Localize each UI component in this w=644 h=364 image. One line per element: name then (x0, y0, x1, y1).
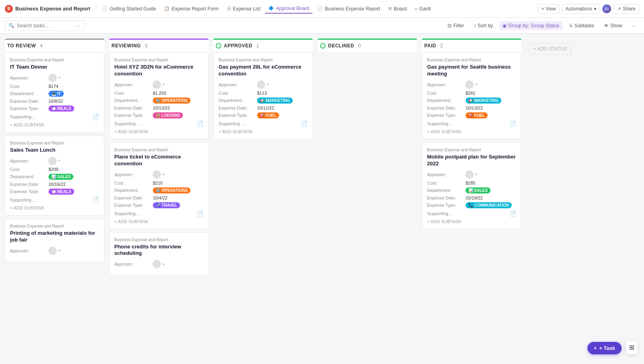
date-value: 10/11/22 (257, 106, 274, 110)
card-phone-credits[interactable]: Business Expense and Report Phone credit… (109, 232, 209, 276)
document-icon[interactable]: 📄 (196, 120, 203, 127)
card-cost-field: Cost: $174 (10, 84, 99, 89)
share-label: Share (623, 6, 636, 12)
approver-label: Approver: (114, 172, 150, 177)
supporting-label: Supporting ... (427, 121, 463, 126)
share-button[interactable]: ↗ Share (614, 4, 639, 14)
search-input[interactable] (17, 23, 73, 28)
group-status-button[interactable]: ◉ Group by: Group Status (499, 21, 562, 30)
plus-task-button[interactable]: + + Task (587, 342, 622, 354)
type-badge: ⛽ FUEL (257, 112, 279, 118)
avatar-plus-icon: + (267, 82, 269, 87)
cost-value: $174 (49, 84, 58, 89)
document-icon[interactable]: 📄 (92, 114, 99, 120)
card-gas-payment-seattle[interactable]: Business Expense and Report Gas payment … (422, 53, 521, 139)
avatar[interactable]: CI (602, 4, 611, 13)
approver-avatar (257, 81, 265, 89)
tab-expense-list[interactable]: ☰ Expense List (224, 4, 264, 13)
grid-view-button[interactable]: ⊞ (626, 340, 638, 354)
add-subtask-button[interactable]: + ADD SUBTASK (219, 129, 308, 134)
card-approver-field: Approver: + (114, 81, 203, 89)
card-plane-ticket[interactable]: Business Expense and Report Plane ticket… (109, 142, 209, 229)
cost-value: $281 (466, 91, 475, 96)
card-hotel-xyz[interactable]: Business Expense and Report Hotel XYZ 3D… (109, 53, 209, 139)
supporting-label: Supporting ... (427, 211, 463, 216)
card-printing-marketing[interactable]: Business Expense and Report Printing of … (5, 219, 104, 262)
card-date-field: Expense Date: 10/8/22 (10, 99, 99, 104)
sort-by-button[interactable]: ↕ Sort by (470, 21, 496, 30)
more-toolbar-button[interactable]: ··· (629, 21, 639, 30)
card-gas-payment-ecommerce[interactable]: Business Expense and Report Gas payment … (213, 53, 313, 139)
document-icon[interactable]: 📄 (92, 197, 99, 203)
type-label: Expense Type: (427, 203, 463, 207)
check-icon: ✓ (320, 43, 326, 49)
cost-label: Cost: (427, 181, 463, 185)
card-date-field: Expense Date: 10/19/22 (427, 195, 516, 200)
dept-label: Department: (427, 188, 463, 193)
card-supporting-field: Supporting ... 📄 (427, 210, 516, 217)
add-subtask-button[interactable]: + ADD SUBTASK (10, 122, 99, 127)
add-subtask-button[interactable]: + ADD SUBTASK (427, 219, 516, 224)
search-wrapper[interactable]: 🔍 ··· (5, 20, 85, 31)
approver-avatar-wrap: + (153, 171, 165, 179)
gantt-icon: ≡ (415, 6, 417, 11)
add-status-button[interactable]: + ADD STATUS (529, 43, 571, 55)
column-approved: ✓ APPROVED 1 Business Expense and Report… (213, 39, 313, 142)
date-label: Expense Date: (10, 182, 46, 187)
avatar-plus-icon: + (58, 75, 61, 80)
chevron-down-icon: ▾ (594, 6, 596, 12)
column-title-declined: DECLINED (328, 43, 354, 49)
group-icon: ◉ (502, 23, 506, 28)
approver-avatar-wrap: + (257, 81, 269, 89)
tab-business-report[interactable]: 📄 Business Expense Report (314, 4, 383, 13)
approver-label: Approver: (427, 82, 463, 87)
nav-divider-1 (96, 5, 96, 13)
date-label: Expense Date: (427, 195, 463, 200)
date-value: 10/19/22 (466, 195, 483, 200)
card-supporting-field: Supporting ... 📄 (114, 120, 203, 127)
more-options-icon[interactable]: ··· (75, 22, 80, 29)
tab-gantt[interactable]: ≡ Gantt (411, 4, 434, 13)
card-approver-field: Approver: + (427, 81, 516, 89)
tab-expense-form[interactable]: 📋 Expense Report Form (161, 4, 222, 13)
card-title: Phone credits for interview scheduling (114, 244, 203, 257)
document-icon[interactable]: 📄 (301, 120, 308, 127)
group-status-label: Group by: (508, 23, 529, 28)
document-icon[interactable]: 📄 (196, 210, 203, 217)
card-source: Business Expense and Report (10, 224, 99, 228)
show-button[interactable]: 👁 Show (601, 21, 626, 30)
add-subtask-button[interactable]: + ADD SUBTASK (10, 205, 99, 210)
card-it-team-dinner[interactable]: Business Expense and Report IT Team Dinn… (5, 53, 104, 132)
board-diamond-icon: 🔷 (268, 6, 274, 11)
document-icon[interactable]: 📄 (509, 210, 516, 217)
card-mobile-postpaid[interactable]: Business Expense and Report Mobile postp… (422, 142, 521, 229)
add-subtask-button[interactable]: + ADD SUBTASK (114, 129, 203, 134)
card-approver-field: Approver: + (10, 247, 99, 255)
document-icon[interactable]: 📄 (509, 120, 516, 127)
card-approver-field: Approver: + (114, 260, 203, 268)
approver-avatar (466, 81, 474, 89)
avatar-plus-icon: + (475, 82, 478, 87)
dept-badge: 📢 MARKETING (466, 98, 501, 104)
tab-board[interactable]: ⊞ Board (385, 4, 410, 13)
filter-button[interactable]: ⊟ Filter (444, 21, 467, 30)
plus-view-button[interactable]: + View (538, 4, 559, 14)
card-approver-field: Approver: + (10, 74, 99, 82)
app-logo[interactable]: B Business Expense and Report (5, 5, 90, 13)
approver-label: Approver: (427, 172, 463, 177)
card-source: Business Expense and Report (10, 58, 99, 62)
tab-approval-board[interactable]: 🔷 Approval Board (265, 4, 312, 14)
cost-label: Cost: (114, 181, 150, 185)
card-approver-field: Approver: + (427, 171, 516, 179)
avatar-plus-icon: + (162, 172, 165, 177)
subtasks-button[interactable]: ↳ Subtasks (566, 21, 597, 30)
card-approver-field: Approver: + (10, 157, 99, 165)
filter-icon: ⊟ (448, 23, 452, 28)
add-subtask-button[interactable]: + ADD SUBTASK (427, 129, 516, 134)
column-title-approved: APPROVED (224, 43, 252, 49)
card-sales-team-lunch[interactable]: Business Expense and Report Sales Team L… (5, 136, 104, 216)
avatar-plus-icon: + (162, 262, 165, 266)
add-subtask-button[interactable]: + ADD SUBTASK (114, 219, 203, 224)
automations-button[interactable]: Automations ▾ (562, 4, 600, 14)
tab-getting-started[interactable]: 📄 Getting Started Guide (99, 4, 159, 13)
